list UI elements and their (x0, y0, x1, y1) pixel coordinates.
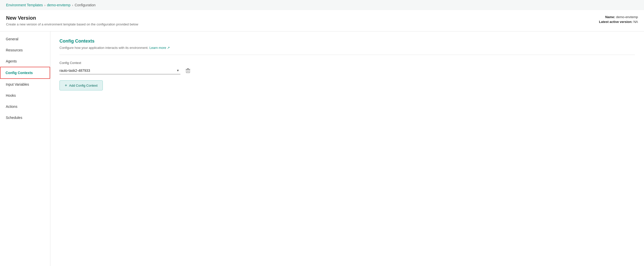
section-divider (59, 55, 635, 55)
sidebar: General Resources Agents Config Contexts… (0, 31, 50, 266)
page-body: General Resources Agents Config Contexts… (0, 31, 644, 266)
page-header: New Version Create a new version of a en… (0, 10, 644, 31)
meta-name: Name: demo-envtemp (599, 15, 638, 19)
breadcrumb-env-templates[interactable]: Environment Templates (6, 3, 43, 7)
meta-version-value: NA (633, 20, 638, 24)
sidebar-item-hooks[interactable]: Hooks (0, 90, 50, 101)
breadcrumb: Environment Templates › demo-envtemp › C… (0, 0, 644, 10)
sidebar-item-resources[interactable]: Resources (0, 45, 50, 56)
sidebar-item-config-contexts[interactable]: Config Contexts (0, 67, 50, 79)
page-subtitle: Create a new version of a environment te… (6, 22, 138, 26)
breadcrumb-demo-envtemp[interactable]: demo-envtemp (47, 3, 70, 7)
sidebar-item-input-variables[interactable]: Input Variables (0, 79, 50, 90)
sidebar-item-actions[interactable]: Actions (0, 101, 50, 112)
page-header-left: New Version Create a new version of a en… (6, 15, 138, 26)
learn-more-link[interactable]: Learn more ↗ (149, 46, 170, 50)
config-context-row: rauto-task2-487933 ▼ (59, 67, 635, 74)
trash-icon (185, 68, 190, 73)
meta-version: Latest active version: NA (599, 20, 638, 24)
add-config-context-button[interactable]: + Add Config Context (59, 80, 103, 90)
config-context-dropdown-wrapper: rauto-task2-487933 ▼ (59, 67, 180, 74)
config-context-label: Config Context (59, 61, 635, 65)
meta-name-label: Name: (605, 15, 615, 19)
sidebar-item-agents[interactable]: Agents (0, 56, 50, 67)
breadcrumb-sep-1: › (44, 3, 45, 7)
meta-version-label: Latest active version: (599, 20, 632, 24)
main-content: Config Contexts Configure how your appli… (50, 31, 644, 266)
sidebar-item-schedules[interactable]: Schedules (0, 112, 50, 123)
page-header-right: Name: demo-envtemp Latest active version… (599, 15, 638, 25)
plus-icon: + (65, 83, 67, 88)
svg-rect-1 (186, 70, 190, 73)
sidebar-item-general[interactable]: General (0, 34, 50, 45)
section-title: Config Contexts (59, 39, 635, 44)
config-context-select[interactable]: rauto-task2-487933 (59, 67, 180, 74)
breadcrumb-sep-2: › (72, 3, 73, 7)
add-config-context-label: Add Config Context (69, 84, 98, 87)
delete-config-context-button[interactable] (184, 67, 191, 74)
meta-name-value: demo-envtemp (616, 15, 638, 19)
page-title: New Version (6, 15, 138, 21)
breadcrumb-current: Configuration (75, 3, 95, 7)
section-subtitle: Configure how your application interacts… (59, 46, 635, 50)
